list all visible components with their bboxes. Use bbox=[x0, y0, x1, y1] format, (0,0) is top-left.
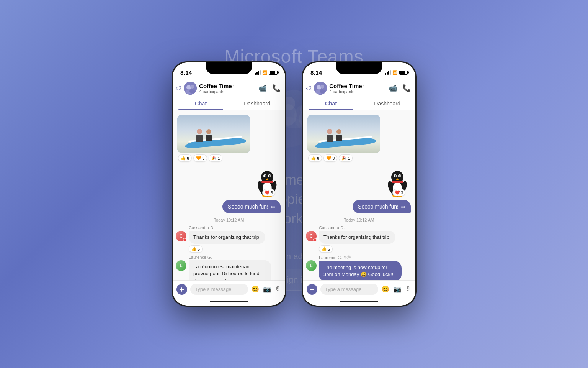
status-icons-left: 📶 bbox=[255, 70, 278, 75]
sticker-msg-left: ❤️3 bbox=[173, 165, 285, 199]
svg-point-38 bbox=[399, 175, 401, 177]
back-chevron-left: ‹ bbox=[176, 85, 178, 92]
svg-point-17 bbox=[265, 175, 266, 177]
tab-chat-left[interactable]: Chat bbox=[173, 97, 229, 110]
add-button-left[interactable] bbox=[176, 284, 187, 295]
chat-header-left: ‹ 2 Coffee Time › bbox=[173, 79, 285, 97]
sticker-msg-right: ❤️3 bbox=[303, 165, 415, 199]
tab-dashboard-left[interactable]: Dashboard bbox=[229, 97, 285, 110]
home-indicator-left bbox=[173, 298, 285, 306]
svg-point-28 bbox=[317, 85, 321, 90]
group-name-right[interactable]: Coffee Time › bbox=[329, 83, 386, 89]
laurence-content-left: Laurence G. La réunion est maintenant pr… bbox=[189, 255, 281, 280]
video-icon-left[interactable]: 📹 bbox=[258, 84, 267, 92]
svg-point-11 bbox=[189, 89, 195, 93]
plus-icon-left bbox=[179, 287, 185, 292]
mic-icon-left[interactable]: 🎙 bbox=[275, 286, 281, 293]
input-placeholder-right: Type a message bbox=[325, 286, 361, 292]
sent-status-left: ●● bbox=[271, 205, 275, 209]
back-button-left[interactable]: ‹ 2 bbox=[176, 85, 181, 92]
signal-icon-right bbox=[385, 70, 391, 75]
input-bar-right: Type a message 😊 📷 🎙 bbox=[303, 280, 415, 298]
photo-reactions-right: 👍6 🧡3 🎉1 bbox=[307, 154, 411, 162]
group-name-left[interactable]: Coffee Time › bbox=[199, 83, 256, 89]
photo-img-left bbox=[177, 115, 250, 153]
mic-icon-right[interactable]: 🎙 bbox=[405, 286, 412, 293]
messages-right: 👍6 🧡3 🎉1 bbox=[303, 110, 415, 280]
messages-left: 👍6 🧡3 🎉1 bbox=[173, 110, 285, 280]
message-input-left[interactable]: Type a message bbox=[190, 284, 248, 295]
camera-icon-right[interactable]: 📷 bbox=[393, 285, 401, 293]
group-avatar-left[interactable] bbox=[184, 82, 197, 95]
svg-rect-20 bbox=[261, 181, 273, 183]
camera-icon-left[interactable]: 📷 bbox=[263, 285, 271, 293]
phones-container: 8:14 📶 ‹ bbox=[172, 61, 416, 307]
cassandra-msg-left: C Cassandra D. Thanks for organizing tha… bbox=[173, 225, 285, 253]
add-button-right[interactable] bbox=[307, 284, 317, 295]
svg-point-29 bbox=[320, 85, 324, 89]
reaction-thumbs-left[interactable]: 👍6 bbox=[178, 154, 192, 162]
back-button-right[interactable]: ‹ 2 bbox=[306, 85, 312, 92]
laurence-content-right: Laurence G. ⟳ⓐ The meeting is now setup … bbox=[319, 255, 411, 280]
emoji-icon-right[interactable]: 😊 bbox=[381, 285, 389, 293]
sent-status-right: ●● bbox=[401, 205, 405, 209]
reaction-party-right[interactable]: 🎉1 bbox=[339, 154, 353, 162]
svg-point-8 bbox=[186, 85, 191, 90]
battery-icon-right bbox=[399, 71, 408, 75]
group-chevron-left: › bbox=[233, 84, 235, 88]
cassandra-reaction-right[interactable]: 👍6 bbox=[319, 245, 333, 253]
laurence-msg-right: L Laurence G. ⟳ⓐ The meeting is now setu… bbox=[303, 254, 415, 280]
sent-bubble-right: Soooo much fun! ●● bbox=[353, 200, 411, 213]
phone-right-screen: 8:14 📶 ‹ bbox=[303, 62, 415, 306]
reaction-party-left[interactable]: 🎉1 bbox=[209, 154, 222, 162]
video-icon-right[interactable]: 📹 bbox=[389, 84, 397, 92]
cassandra-reaction-left[interactable]: 👍6 bbox=[189, 245, 203, 253]
message-input-right[interactable]: Type a message bbox=[320, 284, 378, 295]
svg-point-37 bbox=[395, 175, 396, 177]
back-count-left: 2 bbox=[178, 85, 181, 91]
participants-left: 4 participants bbox=[199, 89, 256, 94]
chat-header-right: ‹ 2 Coffee Time › bbox=[303, 79, 415, 97]
sent-message-right: Soooo much fun! ●● bbox=[303, 199, 415, 214]
laurence-msg-left: L Laurence G. La réunion est maintenant … bbox=[173, 254, 285, 280]
sticker-reaction-left[interactable]: ❤️3 bbox=[262, 189, 275, 196]
header-actions-left: 📹 📞 bbox=[258, 84, 281, 92]
photo-reactions-left: 👍6 🧡3 🎉1 bbox=[177, 154, 281, 162]
signal-icon-left bbox=[255, 70, 261, 75]
tab-chat-right[interactable]: Chat bbox=[303, 97, 359, 110]
tabs-left: Chat Dashboard bbox=[173, 97, 285, 110]
emoji-icon-left[interactable]: 😊 bbox=[251, 285, 259, 293]
laurence-sender-left: Laurence G. bbox=[189, 255, 281, 260]
tab-dashboard-right[interactable]: Dashboard bbox=[359, 97, 415, 110]
status-time-right: 8:14 bbox=[310, 69, 322, 76]
header-actions-right: 📹 📞 bbox=[389, 84, 411, 92]
back-chevron-right: ‹ bbox=[306, 85, 308, 92]
input-actions-left: 😊 📷 🎙 bbox=[251, 285, 281, 293]
photo-message-left: 👍6 🧡3 🎉1 bbox=[173, 113, 285, 163]
back-count-right: 2 bbox=[309, 85, 312, 91]
reaction-thumbs-right[interactable]: 👍6 bbox=[308, 154, 322, 162]
status-icons-right: 📶 bbox=[385, 70, 408, 75]
phone-icon-right[interactable]: 📞 bbox=[402, 84, 411, 92]
photo-message-right: 👍6 🧡3 🎉1 bbox=[303, 113, 415, 163]
cassandra-bubble-left: Thanks for organizing that trip! bbox=[189, 231, 265, 244]
svg-rect-40 bbox=[392, 181, 403, 183]
cassandra-content-right: Cassandra D. Thanks for organizing that … bbox=[319, 225, 411, 253]
cassandra-avatar-left: C bbox=[176, 231, 186, 242]
input-bar-left: Type a message 😊 📷 🎙 bbox=[173, 280, 285, 298]
reaction-heart-right[interactable]: 🧡3 bbox=[323, 154, 337, 162]
reaction-heart-left[interactable]: 🧡3 bbox=[193, 154, 207, 162]
sent-bubble-left: Soooo much fun! ●● bbox=[222, 200, 281, 213]
status-bar-left: 8:14 📶 bbox=[173, 62, 285, 79]
group-avatar-right[interactable] bbox=[314, 82, 327, 95]
wifi-icon-right: 📶 bbox=[392, 70, 398, 75]
cassandra-content-left: Cassandra D. Thanks for organizing that … bbox=[189, 225, 281, 253]
laurence-bubble-left: La réunion est maintenant prévue pour 15… bbox=[189, 260, 271, 280]
cassandra-avatar-right: C bbox=[306, 231, 317, 242]
sent-message-left: Soooo much fun! ●● bbox=[173, 199, 285, 214]
laurence-avatar-right: L bbox=[306, 260, 317, 271]
cassandra-sender-left: Cassandra D. bbox=[189, 225, 281, 230]
sticker-reaction-right[interactable]: ❤️3 bbox=[392, 189, 405, 196]
phone-icon-left[interactable]: 📞 bbox=[272, 84, 281, 92]
phone-right: 8:14 📶 ‹ bbox=[302, 61, 416, 307]
